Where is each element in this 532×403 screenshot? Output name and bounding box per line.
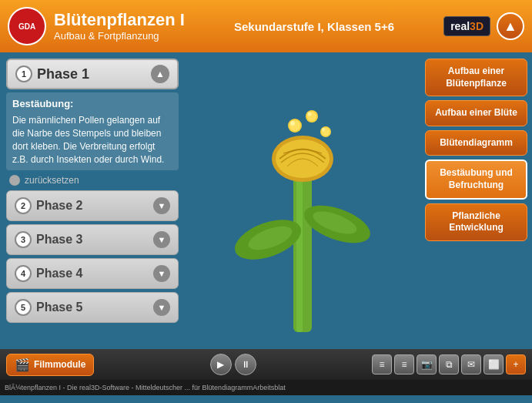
- phase-4-number: 4: [15, 265, 32, 282]
- phase-3-left: 3 Phase 3: [15, 231, 82, 248]
- description-text: Die männlichen Pollen gelangen auf die N…: [12, 114, 172, 166]
- app-header: GDA Blütenpflanzen I Aufbau & Fortpflanz…: [0, 0, 532, 52]
- phase-2-item[interactable]: 2 Phase 2 ▼: [6, 190, 179, 221]
- phase-4-left: 4 Phase 4: [15, 265, 82, 282]
- app-sub-title: Aufbau & Fortpflanzung: [54, 30, 185, 42]
- camera-icon[interactable]: 📷: [417, 354, 437, 374]
- reset-dot-icon: [9, 175, 20, 186]
- phase-2-chevron-icon: ▼: [153, 197, 170, 214]
- center-3d-area: [185, 52, 420, 349]
- app-title-group: Blütenpflanzen I Aufbau & Fortpflanzung: [54, 11, 185, 41]
- svg-point-14: [290, 121, 295, 126]
- svg-rect-1: [296, 163, 303, 332]
- copy-icon[interactable]: ⧉: [439, 354, 459, 374]
- right-btn-pflanzliche[interactable]: Pflanzliche Entwicklung: [425, 203, 527, 241]
- phase-5-left: 5 Phase 5: [15, 299, 82, 316]
- phase-3-label: Phase 3: [36, 233, 82, 247]
- email-icon[interactable]: ✉: [461, 354, 481, 374]
- right-btn-aufbau-pflanze[interactable]: Aufbau einer Blütenpflanze: [425, 59, 527, 96]
- left-panel: 1 Phase 1 ▲ Bestäubung: Die männlichen P…: [0, 52, 185, 349]
- plant-visual: [226, 70, 380, 332]
- export-icon[interactable]: ⬜: [483, 354, 504, 374]
- phase-1-description: Bestäubung: Die männlichen Pollen gelang…: [6, 92, 179, 170]
- phase-1-active[interactable]: 1 Phase 1 ▲: [6, 59, 179, 89]
- phase-1-title: Phase 1: [37, 66, 89, 82]
- real3d-badge: real3D: [443, 16, 490, 36]
- filmmodule-button[interactable]: 🎬 Filmmodule: [6, 354, 94, 376]
- phase-1-left: 1 Phase 1: [15, 65, 89, 82]
- pause-button[interactable]: ⏸: [235, 354, 256, 375]
- phase-4-chevron-icon: ▼: [153, 265, 170, 282]
- right-btn-bestaubung[interactable]: Bestäubung und Befruchtung: [425, 160, 527, 199]
- play-button[interactable]: ▶: [210, 354, 232, 375]
- tool-icons-group: ≡ ≡ 📷 ⧉ ✉ ⬜ +: [372, 354, 526, 374]
- phase-5-label: Phase 5: [36, 301, 82, 314]
- header-center-text: Sekundarstufe I, Klassen 5+6: [185, 20, 443, 33]
- film-icon: 🎬: [15, 358, 30, 372]
- phase-4-item[interactable]: 4 Phase 4 ▼: [6, 258, 179, 289]
- playback-controls: ▶ ⏸: [210, 354, 256, 375]
- filmmodule-label: Filmmodule: [34, 359, 85, 370]
- phase-1-chevron-up-icon: ▲: [151, 65, 169, 83]
- phase-3-chevron-icon: ▼: [153, 231, 170, 248]
- phase-2-label: Phase 2: [36, 199, 82, 213]
- phase-4-label: Phase 4: [36, 267, 82, 280]
- up-arrow-button[interactable]: ▲: [497, 12, 524, 40]
- app-main-title: Blütenpflanzen I: [54, 11, 185, 29]
- right-btn-blutendiagramm[interactable]: Blütendiagramm: [425, 130, 527, 156]
- phase-1-number: 1: [15, 65, 32, 82]
- right-panel: Aufbau einer Blütenpflanze Aufbau einer …: [420, 52, 532, 349]
- logo-icon: GDA: [8, 7, 46, 45]
- phase-3-item[interactable]: 3 Phase 3 ▼: [6, 224, 179, 255]
- description-title: Bestäubung:: [12, 97, 172, 111]
- bottom-toolbar: 🎬 Filmmodule ▶ ⏸ ≡ ≡ 📷 ⧉ ✉ ⬜ +: [0, 349, 532, 380]
- add-icon[interactable]: +: [506, 354, 526, 374]
- svg-point-15: [308, 112, 312, 116]
- svg-point-16: [322, 128, 325, 131]
- right-btn-aufbau-blute[interactable]: Aufbau einer Blüte: [425, 100, 527, 126]
- status-bar: BlÃ¼tenpflanzen I - Die real3D-Software …: [0, 380, 532, 395]
- phase-5-chevron-icon: ▼: [153, 299, 170, 316]
- status-text: BlÃ¼tenpflanzen I - Die real3D-Software …: [5, 384, 286, 391]
- phase-3-number: 3: [15, 231, 32, 248]
- main-content: 1 Phase 1 ▲ Bestäubung: Die männlichen P…: [0, 52, 532, 349]
- phase-2-left: 2 Phase 2: [15, 197, 82, 214]
- menu-list-icon[interactable]: ≡: [372, 354, 392, 374]
- reset-row[interactable]: zurücksetzen: [6, 173, 179, 187]
- phase-5-number: 5: [15, 299, 32, 316]
- header-right-area: real3D ▲: [443, 12, 524, 40]
- phase-5-item[interactable]: 5 Phase 5 ▼: [6, 292, 179, 323]
- menu-list2-icon[interactable]: ≡: [394, 354, 414, 374]
- phase-2-number: 2: [15, 197, 32, 214]
- reset-label[interactable]: zurücksetzen: [25, 175, 79, 186]
